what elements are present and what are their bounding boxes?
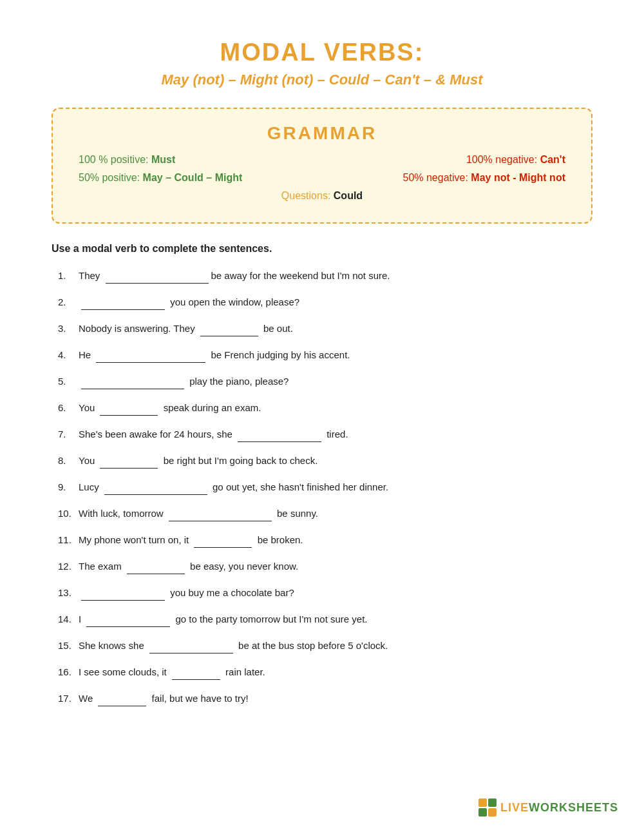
- answer-blank[interactable]: [172, 664, 220, 680]
- footer: LIVEWORKSHEETS: [478, 798, 618, 817]
- exercise-item: 17. We fail, but we have to try!: [58, 690, 605, 706]
- exercise-text: My phone won't turn on, it be broken.: [79, 532, 605, 548]
- exercise-item: 12. The exam be easy, you never know.: [58, 558, 605, 574]
- exercise-text: I see some clouds, it rain later.: [79, 664, 605, 680]
- answer-blank[interactable]: [81, 585, 165, 601]
- grammar-negative-100: 100% negative: Can't: [466, 154, 565, 166]
- grammar-positive-50: 50% positive: May – Could – Might: [79, 172, 242, 184]
- exercise-text: Lucy go out yet, she hasn't finished her…: [79, 479, 605, 495]
- exercise-item: 10. With luck, tomorrow be sunny.: [58, 505, 605, 521]
- grammar-negative-50: 50% negative: May not - Might not: [403, 172, 566, 184]
- answer-blank[interactable]: [194, 532, 252, 548]
- exercise-num: 14.: [58, 612, 79, 627]
- exercise-num: 15.: [58, 638, 79, 653]
- exercise-item: 1. They be away for the weekend but I'm …: [58, 267, 605, 284]
- answer-blank[interactable]: [81, 373, 184, 389]
- exercise-num: 8.: [58, 453, 79, 469]
- exercise-num: 11.: [58, 532, 79, 548]
- exercise-num: 16.: [58, 664, 79, 680]
- footer-brand-text: LIVEWORKSHEETS: [500, 801, 618, 815]
- exercise-item: 16. I see some clouds, it rain later.: [58, 664, 605, 680]
- answer-blank[interactable]: [238, 426, 321, 442]
- exercise-num: 7.: [58, 427, 79, 442]
- answer-blank[interactable]: [169, 505, 272, 521]
- grammar-row-3: Questions: Could: [79, 190, 565, 202]
- logo-sq-2: [488, 798, 497, 807]
- answer-blank[interactable]: [106, 267, 209, 284]
- exercises-list: 1. They be away for the weekend but I'm …: [58, 267, 605, 706]
- exercise-item: 4. He be French judging by his accent.: [58, 347, 605, 363]
- exercise-num: 4.: [58, 347, 79, 363]
- exercise-item: 6. You speak during an exam.: [58, 400, 605, 416]
- exercise-text: play the piano, please?: [79, 373, 605, 389]
- answer-blank[interactable]: [96, 347, 205, 363]
- exercise-text: You speak during an exam.: [79, 400, 605, 416]
- page-title: MODAL VERBS:: [39, 39, 605, 66]
- exercise-text: you open the window, please?: [79, 294, 605, 310]
- exercise-text: They be away for the weekend but I'm not…: [79, 267, 605, 284]
- page-subtitle: May (not) – Might (not) – Could – Can't …: [39, 72, 605, 88]
- exercise-item: 9. Lucy go out yet, she hasn't finished …: [58, 479, 605, 495]
- answer-blank[interactable]: [127, 558, 185, 574]
- exercise-text: We fail, but we have to try!: [79, 690, 605, 706]
- grammar-title: GRAMMAR: [79, 123, 565, 144]
- grammar-box: GRAMMAR 100 % positive: Must 100% negati…: [52, 108, 592, 224]
- exercise-text: I go to the party tomorrow but I'm not s…: [79, 611, 605, 627]
- exercise-num: 10.: [58, 506, 79, 521]
- answer-blank[interactable]: [149, 637, 233, 653]
- answer-blank[interactable]: [200, 320, 258, 336]
- exercise-item: 3. Nobody is answering. They be out.: [58, 320, 605, 336]
- exercise-item: 5. play the piano, please?: [58, 373, 605, 389]
- exercise-num: 1.: [58, 268, 79, 284]
- exercise-text: He be French judging by his accent.: [79, 347, 605, 363]
- exercise-item: 7. She's been awake for 24 hours, she ti…: [58, 426, 605, 442]
- instruction-text: Use a modal verb to complete the sentenc…: [52, 243, 605, 255]
- answer-blank[interactable]: [100, 452, 158, 469]
- footer-logo: LIVEWORKSHEETS: [478, 798, 618, 817]
- exercise-text: She's been awake for 24 hours, she tired…: [79, 426, 605, 442]
- answer-blank[interactable]: [98, 690, 146, 706]
- logo-sq-4: [488, 808, 497, 817]
- grammar-row-2: 50% positive: May – Could – Might 50% ne…: [79, 172, 565, 184]
- exercise-text: You be right but I'm going back to check…: [79, 452, 605, 469]
- exercise-text: She knows she be at the bus stop before …: [79, 637, 605, 653]
- exercise-num: 17.: [58, 691, 79, 706]
- exercise-text: Nobody is answering. They be out.: [79, 320, 605, 336]
- exercise-item: 2. you open the window, please?: [58, 294, 605, 310]
- exercise-num: 6.: [58, 400, 79, 416]
- exercise-text: you buy me a chocolate bar?: [79, 585, 605, 601]
- exercise-num: 9.: [58, 479, 79, 495]
- exercise-num: 12.: [58, 559, 79, 574]
- grammar-row-1: 100 % positive: Must 100% negative: Can'…: [79, 154, 565, 166]
- answer-blank[interactable]: [86, 611, 170, 627]
- exercise-item: 14. I go to the party tomorrow but I'm n…: [58, 611, 605, 627]
- exercise-item: 13. you buy me a chocolate bar?: [58, 585, 605, 601]
- exercise-item: 8. You be right but I'm going back to ch…: [58, 452, 605, 469]
- exercise-num: 3.: [58, 321, 79, 336]
- logo-sq-3: [478, 808, 487, 817]
- grammar-positive-100: 100 % positive: Must: [79, 154, 175, 166]
- logo-sq-1: [478, 798, 487, 807]
- exercise-num: 2.: [58, 295, 79, 310]
- logo-icon: [478, 798, 497, 817]
- grammar-questions: Questions: Could: [281, 190, 363, 202]
- exercise-item: 15. She knows she be at the bus stop bef…: [58, 637, 605, 653]
- answer-blank[interactable]: [81, 294, 165, 310]
- answer-blank[interactable]: [100, 400, 158, 416]
- exercise-num: 13.: [58, 585, 79, 601]
- exercise-text: The exam be easy, you never know.: [79, 558, 605, 574]
- exercise-num: 5.: [58, 374, 79, 389]
- exercise-item: 11. My phone won't turn on, it be broken…: [58, 532, 605, 548]
- answer-blank[interactable]: [104, 479, 207, 495]
- exercise-text: With luck, tomorrow be sunny.: [79, 505, 605, 521]
